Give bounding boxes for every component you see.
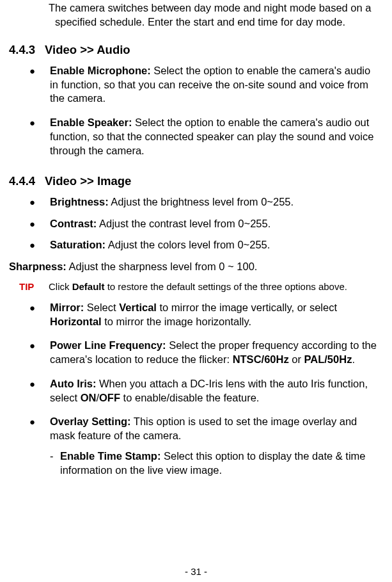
- t: to mirror the image horizontally.: [102, 316, 251, 327]
- tip-body: Click Default to restore the default set…: [49, 280, 379, 293]
- item-label: Contrast:: [50, 218, 97, 229]
- item-label: Power Line Frequency:: [50, 339, 166, 351]
- item-label: Saturation:: [50, 239, 106, 250]
- image-list-top: Brightness: Adjust the brightness level …: [29, 195, 379, 252]
- bold: Horizontal: [50, 316, 102, 327]
- list-item: Brightness: Adjust the brightness level …: [29, 195, 379, 209]
- item-label: Enable Speaker:: [50, 117, 132, 128]
- list-item: Mirror: Select Vertical to mirror the im…: [29, 301, 379, 329]
- list-item: Enable Speaker: Select the option to ena…: [29, 116, 379, 158]
- item-body: Adjust the contrast level from 0~255.: [97, 218, 270, 229]
- sub-item-timestamp: Enable Time Stamp: Select this option to…: [50, 449, 382, 478]
- heading-audio: 4.4.3Video >> Audio: [9, 42, 384, 58]
- bold: Vertical: [119, 302, 157, 313]
- item-label: Sharpness:: [9, 261, 67, 272]
- heading-title: Video >> Image: [45, 174, 131, 188]
- item-body: Adjust the brightness level from 0~255.: [109, 196, 294, 207]
- tip-post: to restore the default settings of the t…: [105, 281, 347, 292]
- bold: NTSC/60Hz: [233, 353, 289, 365]
- heading-image: 4.4.4Video >> Image: [9, 174, 384, 189]
- list-item: Contrast: Adjust the contrast level from…: [29, 217, 379, 231]
- page-number: - 31 -: [0, 565, 392, 578]
- tip-pre: Click: [49, 281, 72, 292]
- bold: OFF: [99, 392, 120, 403]
- tip-row: TIP Click Default to restore the default…: [19, 280, 379, 293]
- list-item: Saturation: Adjust the colors level from…: [29, 238, 379, 252]
- list-item: Enable Microphone: Select the option to …: [29, 64, 379, 106]
- t: to enable/disable the feature.: [120, 392, 259, 403]
- tip-label: TIP: [19, 280, 49, 293]
- audio-list: Enable Microphone: Select the option to …: [29, 64, 379, 158]
- intro-paragraph: The camera switches between day mode and…: [49, 1, 380, 29]
- item-label: Enable Microphone:: [50, 65, 151, 76]
- t: Select: [84, 302, 119, 313]
- item-label: Enable Time Stamp:: [60, 450, 161, 462]
- item-body: Adjust the sharpness level from 0 ~ 100.: [67, 261, 258, 272]
- item-label: Overlay Setting:: [50, 416, 131, 427]
- heading-number: 4.4.3: [9, 42, 45, 58]
- list-item: Auto Iris: When you attach a DC-Iris len…: [29, 377, 379, 405]
- bold: PAL/50Hz: [304, 353, 352, 365]
- t: or: [289, 353, 304, 365]
- list-item: Overlay Setting: This option is used to …: [29, 415, 379, 443]
- image-list-bottom: Mirror: Select Vertical to mirror the im…: [29, 301, 379, 443]
- sharpness-line: Sharpness: Adjust the sharpness level fr…: [9, 260, 384, 274]
- heading-number: 4.4.4: [9, 174, 45, 189]
- item-label: Mirror:: [50, 302, 84, 313]
- list-item: Power Line Frequency: Select the proper …: [29, 339, 379, 367]
- item-body: Adjust the colors level from 0~255.: [106, 239, 270, 250]
- heading-title: Video >> Audio: [45, 43, 130, 56]
- bold: ON: [81, 392, 97, 403]
- t: .: [352, 353, 355, 365]
- item-label: Brightness:: [50, 196, 109, 207]
- t: to mirror the image vertically, or selec…: [157, 302, 337, 313]
- tip-bold: Default: [72, 281, 105, 292]
- item-label: Auto Iris:: [50, 378, 96, 389]
